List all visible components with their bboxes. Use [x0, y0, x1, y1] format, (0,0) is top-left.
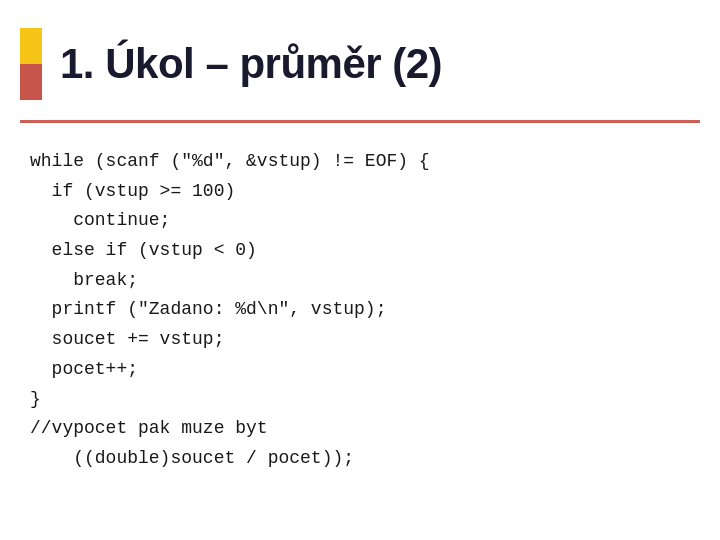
code-line: } [30, 385, 690, 415]
accent-block [20, 28, 42, 100]
code-line: soucet += vstup; [30, 325, 690, 355]
code-line: ((double)soucet / pocet)); [30, 444, 690, 474]
accent-bottom [20, 64, 42, 100]
code-line: //vypocet pak muze byt [30, 414, 690, 444]
accent-top [20, 28, 42, 64]
code-line: pocet++; [30, 355, 690, 385]
divider [20, 120, 700, 123]
code-line: else if (vstup < 0) [30, 236, 690, 266]
slide: 1. Úkol – průměr (2) while (scanf ("%d",… [0, 0, 720, 540]
code-block: while (scanf ("%d", &vstup) != EOF) { if… [0, 147, 720, 474]
code-line: printf ("Zadano: %d\n", vstup); [30, 295, 690, 325]
slide-header: 1. Úkol – průměr (2) [0, 0, 720, 120]
code-line: if (vstup >= 100) [30, 177, 690, 207]
code-line: while (scanf ("%d", &vstup) != EOF) { [30, 147, 690, 177]
slide-title: 1. Úkol – průměr (2) [60, 40, 442, 88]
code-line: continue; [30, 206, 690, 236]
code-line: break; [30, 266, 690, 296]
